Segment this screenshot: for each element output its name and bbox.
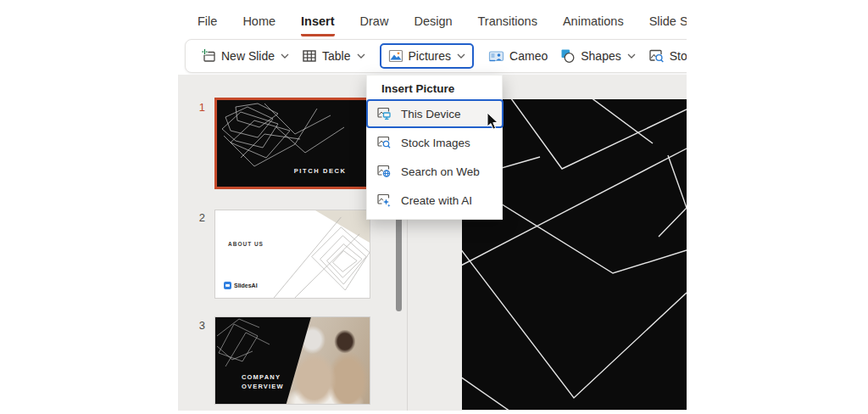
shapes-icon [560, 48, 576, 64]
table-button[interactable]: Table [302, 48, 364, 64]
slides-ai-logo-icon [224, 282, 231, 289]
menu-tab-insert[interactable]: Insert [301, 14, 335, 36]
powerpoint-app-frame: File Home Insert Draw Design Transitions… [178, 0, 687, 414]
pictures-icon [388, 48, 403, 64]
dropdown-item-stock-images[interactable]: Stock Images [367, 128, 502, 157]
stock-images-menu-icon [376, 135, 392, 150]
search-on-web-icon [376, 164, 392, 179]
chevron-down-icon [281, 53, 289, 59]
menu-tab-draw[interactable]: Draw [360, 14, 389, 36]
menu-tab-file[interactable]: File [198, 14, 217, 36]
stock-images-label: Stock Images [670, 49, 687, 63]
cameo-button[interactable]: Cameo [488, 48, 548, 64]
slide-thumbnail-2[interactable]: ABOUT US SlidesAI [214, 210, 370, 299]
screenshot-canvas: File Home Insert Draw Design Transitions… [0, 0, 868, 414]
chevron-down-icon [457, 53, 465, 59]
slide-2-heading: ABOUT US [228, 241, 264, 247]
dropdown-title: Insert Picture [367, 76, 502, 99]
table-label: Table [322, 49, 350, 63]
slide-1-title: PITCH DECK [294, 167, 347, 175]
menu-tab-design[interactable]: Design [414, 14, 452, 36]
new-slide-button[interactable]: New Slide [201, 48, 289, 64]
slides-ai-logo: SlidesAI [224, 282, 258, 289]
menu-tab-slide-show[interactable]: Slide Show [649, 14, 687, 36]
pictures-label: Pictures [409, 49, 452, 63]
slide-3-line-art [215, 317, 309, 377]
cameo-label: Cameo [509, 49, 548, 63]
menu-bar: File Home Insert Draw Design Transitions… [178, 4, 687, 36]
this-device-label: This Device [401, 108, 461, 120]
stock-images-icon [648, 48, 665, 64]
menu-tab-animations[interactable]: Animations [563, 14, 624, 36]
slide-thumbnail-1[interactable]: PITCH DECK [214, 98, 370, 189]
slide-3-title-line2: OVERVIEW [242, 383, 284, 392]
ribbon-toolbar: New Slide Table [185, 39, 687, 73]
create-with-ai-icon [376, 193, 392, 208]
slide-3-title: COMPANY OVERVIEW [242, 373, 284, 392]
dropdown-item-this-device[interactable]: This Device [366, 99, 504, 128]
menu-tab-transitions[interactable]: Transitions [478, 14, 537, 36]
shapes-button[interactable]: Shapes [560, 48, 635, 64]
search-on-web-label: Search on Web [401, 165, 480, 178]
pictures-button[interactable]: Pictures [380, 43, 475, 69]
shapes-label: Shapes [581, 49, 620, 63]
menu-tab-home[interactable]: Home [242, 14, 275, 36]
thumbnails-scrollbar[interactable] [396, 205, 402, 311]
slide-2-number: 2 [190, 211, 205, 224]
this-device-icon [376, 106, 392, 121]
create-with-ai-label: Create with AI [401, 194, 472, 207]
cursor-icon [487, 113, 499, 134]
slide-3-number: 3 [190, 319, 205, 332]
new-slide-icon [201, 48, 216, 64]
slide-thumbnail-3[interactable]: COMPANY OVERVIEW [214, 316, 370, 405]
slide-1-number: 1 [190, 101, 205, 114]
stock-images-button[interactable]: Stock Images [648, 48, 687, 64]
cameo-icon [488, 48, 504, 64]
table-icon [302, 48, 317, 64]
chevron-down-icon [627, 53, 636, 59]
dropdown-item-create-with-ai[interactable]: Create with AI [367, 186, 502, 215]
insert-picture-dropdown: Insert Picture This Device [366, 75, 503, 220]
new-slide-label: New Slide [221, 49, 275, 63]
stock-images-menu-label: Stock Images [401, 137, 470, 149]
slide-3-title-line1: COMPANY [242, 373, 284, 383]
chevron-down-icon [357, 53, 365, 59]
dropdown-item-search-on-web[interactable]: Search on Web [367, 157, 502, 186]
slides-ai-logo-text: SlidesAI [234, 283, 258, 288]
